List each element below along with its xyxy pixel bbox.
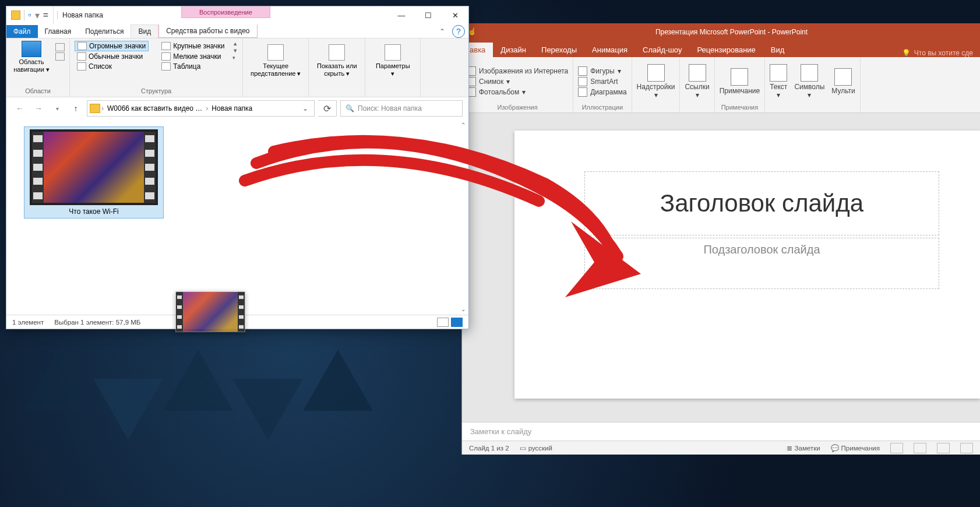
- scrollbar[interactable]: ⌃ ⌄: [458, 119, 468, 315]
- ribbon-collapse-icon[interactable]: ⌃: [436, 25, 449, 38]
- tab-share[interactable]: Поделиться: [78, 25, 131, 38]
- lightbulb-icon: 💡: [902, 49, 911, 57]
- layout-scroll-up[interactable]: ▲: [232, 41, 238, 47]
- tab-transitions[interactable]: Переходы: [534, 43, 584, 57]
- show-hide-button[interactable]: Показать или скрыть ▾: [313, 41, 360, 77]
- tab-slideshow[interactable]: Слайд-шоу: [635, 43, 689, 57]
- subtitle-placeholder[interactable]: Подзаголовок слайда: [584, 238, 939, 289]
- slideshow-view-btn[interactable]: [960, 443, 973, 453]
- file-item-video[interactable]: Что такое Wi-Fi: [24, 126, 164, 219]
- help-button[interactable]: ?: [452, 25, 465, 38]
- qat-properties-icon[interactable]: ▫: [28, 10, 31, 20]
- slide[interactable]: Заголовок слайда Подзаголовок слайда: [514, 131, 980, 399]
- normal-view-btn[interactable]: [890, 443, 903, 453]
- details-view-toggle[interactable]: [437, 318, 449, 327]
- notes-toggle[interactable]: ≣Заметки: [787, 444, 820, 452]
- breadcrumb-parent[interactable]: W0066 как вставить видео …: [105, 104, 205, 112]
- breadcrumb-current[interactable]: Новая папка: [209, 104, 255, 112]
- tab-review[interactable]: Рецензирование: [689, 43, 763, 57]
- tab-view[interactable]: Вид: [131, 24, 158, 38]
- media-icon: [834, 68, 852, 86]
- explorer-content: Что такое Wi-Fi ⌃ ⌄: [6, 119, 468, 315]
- tab-video-tools[interactable]: Средства работы с видео: [158, 24, 257, 38]
- cmd-addins[interactable]: Надстройки▾: [637, 64, 675, 99]
- layout-small[interactable]: Мелкие значки: [159, 52, 227, 61]
- close-button[interactable]: ✕: [442, 6, 468, 24]
- tell-me-search[interactable]: 💡 Что вы хотите сде: [895, 49, 980, 57]
- reading-view-btn[interactable]: [937, 443, 950, 453]
- cmd-media[interactable]: Мульти: [831, 68, 855, 95]
- minimize-button[interactable]: —: [388, 6, 415, 24]
- nav-up-button[interactable]: ↑: [68, 101, 83, 116]
- qat-newfolder-icon[interactable]: ▾: [35, 10, 40, 21]
- cmd-screenshot[interactable]: Снимок ▾: [467, 77, 568, 86]
- navigation-pane-button[interactable]: Область навигации ▾: [11, 41, 52, 73]
- search-input[interactable]: 🔍 Поиск: Новая папка: [340, 100, 463, 117]
- cmd-shapes[interactable]: Фигуры ▾: [578, 66, 626, 76]
- group-layout-label: Структура: [75, 86, 238, 94]
- spellcheck-icon: ▭: [520, 444, 526, 452]
- ppt-canvas[interactable]: Заголовок слайда Подзаголовок слайда: [462, 113, 980, 422]
- slide-counter[interactable]: Слайд 1 из 2: [469, 445, 509, 452]
- folder-icon: [11, 10, 20, 20]
- chevron-right-icon[interactable]: ›: [206, 104, 208, 112]
- tab-animations[interactable]: Анимация: [584, 43, 635, 57]
- comment-icon: [731, 68, 748, 86]
- layout-extra-large[interactable]: Огромные значки: [75, 41, 149, 51]
- layout-details[interactable]: Таблица: [159, 62, 227, 71]
- address-bar[interactable]: › W0066 как вставить видео … › Новая пап…: [87, 100, 315, 117]
- cmd-online-images[interactable]: Изображения из Интернета: [467, 66, 568, 76]
- address-dropdown[interactable]: ⌄: [299, 104, 312, 112]
- preview-pane-button[interactable]: [55, 43, 65, 51]
- sorter-view-btn[interactable]: [914, 443, 926, 453]
- options-icon: [385, 44, 401, 61]
- shapes-icon: [578, 66, 587, 76]
- qat-customize-icon[interactable]: =: [43, 10, 48, 20]
- cmd-chart[interactable]: Диаграмма: [578, 87, 626, 97]
- comments-toggle[interactable]: 💬Примечания: [831, 444, 880, 452]
- comments-icon: 💬: [831, 444, 839, 452]
- details-pane-button[interactable]: [55, 52, 65, 61]
- ppt-titlebar[interactable]: ☝ Презентация Microsoft PowerPoint - Pow…: [462, 23, 980, 41]
- layout-medium[interactable]: Обычные значки: [75, 52, 149, 61]
- cmd-links[interactable]: Ссылки▾: [685, 64, 709, 99]
- current-view-icon: [267, 44, 284, 61]
- chevron-right-icon[interactable]: ›: [101, 104, 104, 112]
- touch-mode-icon[interactable]: ☝: [468, 27, 477, 37]
- refresh-button[interactable]: ⟳: [318, 100, 337, 117]
- cmd-photo-album[interactable]: Фотоальбом ▾: [467, 87, 568, 97]
- scroll-down-icon[interactable]: ⌄: [461, 306, 466, 312]
- scroll-up-icon[interactable]: ⌃: [461, 122, 466, 128]
- ppt-ribbon: Изображения из Интернета Снимок ▾ Фотоал…: [462, 57, 980, 113]
- layout-list[interactable]: Список: [75, 62, 149, 71]
- cmd-smartart[interactable]: SmartArt: [578, 77, 626, 86]
- notes-pane[interactable]: Заметки к слайду: [462, 422, 980, 441]
- layout-scroll-down[interactable]: ▼: [232, 48, 238, 54]
- options-button[interactable]: Параметры▾: [370, 41, 415, 77]
- cmd-comment[interactable]: Примечание: [720, 68, 760, 95]
- tab-home[interactable]: Главная: [38, 25, 79, 38]
- tab-view[interactable]: Вид: [763, 43, 792, 57]
- nav-back-button[interactable]: ←: [12, 101, 27, 116]
- symbols-icon: [801, 64, 818, 82]
- layout-large[interactable]: Крупные значки: [159, 41, 227, 51]
- nav-forward-button[interactable]: →: [31, 101, 46, 116]
- thumbnails-view-toggle[interactable]: [451, 318, 463, 327]
- cmd-symbols[interactable]: Символы▾: [794, 64, 824, 99]
- language-indicator[interactable]: ▭русский: [520, 444, 552, 452]
- nav-recent-button[interactable]: ▾: [50, 101, 65, 116]
- file-list[interactable]: Что такое Wi-Fi: [6, 119, 458, 315]
- layout-more[interactable]: ▾: [232, 55, 238, 61]
- cmd-text[interactable]: Текст▾: [770, 64, 787, 99]
- current-view-button[interactable]: Текущее представление ▾: [248, 41, 304, 77]
- ppt-title: Презентация Microsoft PowerPoint - Power…: [483, 28, 980, 36]
- list-icon: [77, 62, 86, 71]
- maximize-button[interactable]: ☐: [415, 6, 442, 24]
- tab-design[interactable]: Дизайн: [493, 43, 534, 57]
- explorer-window: Воспроизведение ▫ ▾ = Новая папка — ☐ ✕ …: [6, 6, 469, 329]
- title-placeholder[interactable]: Заголовок слайда: [584, 171, 939, 235]
- small-icons-icon: [161, 52, 171, 61]
- navigation-pane-icon: [22, 41, 41, 57]
- chevron-down-icon: ▾: [618, 67, 621, 75]
- tab-file[interactable]: Файл: [6, 25, 38, 38]
